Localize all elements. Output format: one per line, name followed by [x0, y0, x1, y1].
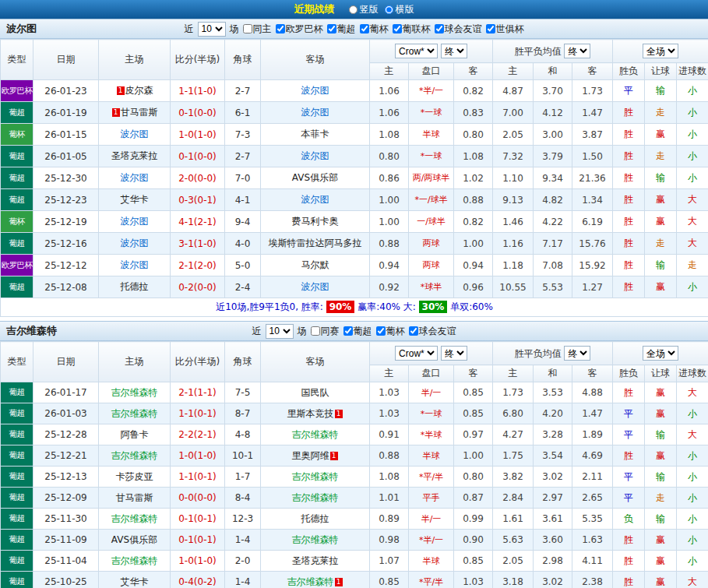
- league-filter[interactable]: 世俱杯: [486, 23, 524, 36]
- league-filter[interactable]: 葡杯: [360, 23, 389, 36]
- score-cell[interactable]: 2-2(2-1): [171, 424, 225, 445]
- team-link[interactable]: 波尔图: [301, 281, 329, 292]
- team-link[interactable]: 吉尔维森特: [111, 450, 158, 461]
- team-link[interactable]: 吉尔维森特: [111, 408, 158, 419]
- league-filter[interactable]: 欧罗巴杯: [276, 23, 323, 36]
- score-cell[interactable]: 1-0(1-0): [171, 445, 225, 467]
- score-cell[interactable]: 0-0(0-0): [171, 488, 225, 509]
- team-cell[interactable]: 吉尔维森特: [261, 424, 370, 445]
- team-link[interactable]: 波尔图: [121, 238, 149, 248]
- team-cell[interactable]: AVS俱乐部: [99, 530, 171, 551]
- team-cell[interactable]: 甘马雷斯: [99, 488, 171, 509]
- score-cell[interactable]: 1-0(1-0): [171, 551, 225, 572]
- team-cell[interactable]: 吉尔维森特: [99, 403, 171, 424]
- team-link[interactable]: 吉尔维森特: [292, 471, 339, 482]
- score-cell[interactable]: 0-2(0-0): [171, 276, 225, 298]
- team-link[interactable]: 吉尔维森特: [287, 576, 334, 587]
- team-link[interactable]: 皮尔森: [125, 85, 153, 96]
- score-cell[interactable]: 2-1(1-1): [171, 382, 225, 403]
- league-filter[interactable]: 球会友谊: [409, 325, 456, 338]
- recent-count-select[interactable]: 10: [198, 22, 226, 37]
- odds-final-select[interactable]: 终: [441, 346, 467, 361]
- team-link[interactable]: 卡莎皮亚: [116, 471, 153, 482]
- team-cell[interactable]: 1甘马雷斯: [99, 102, 171, 124]
- league-filter-checkbox[interactable]: [435, 24, 444, 33]
- league-filter-checkbox[interactable]: [486, 24, 495, 33]
- league-filter[interactable]: 葡超: [343, 325, 372, 338]
- league-filter-checkbox[interactable]: [393, 24, 402, 33]
- score-cell[interactable]: 3-1(1-0): [171, 233, 225, 255]
- team-cell[interactable]: 1皮尔森: [99, 80, 171, 102]
- team-cell[interactable]: 波尔图: [99, 233, 171, 255]
- team-cell[interactable]: 吉尔维森特1: [261, 572, 370, 588]
- team-link[interactable]: AVS俱乐部: [292, 172, 338, 183]
- league-filter-checkbox[interactable]: [376, 326, 386, 336]
- fulltime-select[interactable]: 全场: [643, 346, 678, 361]
- league-filter[interactable]: 同赛: [311, 325, 340, 338]
- team-cell[interactable]: 波尔图: [261, 80, 370, 102]
- team-link[interactable]: 里奥阿维: [292, 450, 329, 461]
- league-filter[interactable]: 葡超: [327, 23, 356, 36]
- horizontal-radio[interactable]: [385, 5, 393, 14]
- team-cell[interactable]: 托德拉: [261, 509, 370, 530]
- team-link[interactable]: 艾华卡: [121, 194, 149, 205]
- team-link[interactable]: 甘马雷斯: [116, 492, 153, 503]
- odds-company-select[interactable]: Crow*: [395, 44, 438, 58]
- team-link[interactable]: 埃斯特雷拉达阿马多拉: [269, 238, 362, 248]
- team-link[interactable]: 艾华卡: [121, 576, 149, 587]
- league-filter-checkbox[interactable]: [327, 24, 336, 33]
- team-link[interactable]: 托德拉: [121, 281, 149, 292]
- team-cell[interactable]: 吉尔维森特: [261, 488, 370, 509]
- team-cell[interactable]: 吉尔维森特: [99, 551, 171, 572]
- team-link[interactable]: 波尔图: [121, 259, 149, 270]
- league-filter[interactable]: 球会友谊: [435, 23, 482, 36]
- team-link[interactable]: 吉尔维森特: [111, 555, 158, 566]
- team-cell[interactable]: 阿鲁卡: [99, 424, 171, 445]
- team-cell[interactable]: 费马利卡奥: [261, 211, 370, 233]
- team-cell[interactable]: 吉尔维森特: [99, 445, 171, 467]
- recent-count-select[interactable]: 10: [266, 324, 294, 339]
- avg-final-select[interactable]: 终: [564, 346, 590, 361]
- score-cell[interactable]: 2-1(2-0): [171, 255, 225, 276]
- team-link[interactable]: 波尔图: [121, 129, 149, 139]
- team-link[interactable]: 波尔图: [301, 85, 329, 96]
- team-link[interactable]: 波尔图: [301, 107, 329, 118]
- league-filter[interactable]: 葡联杯: [393, 23, 431, 36]
- team-cell[interactable]: 圣塔克莱拉: [99, 146, 171, 167]
- team-cell[interactable]: 圣塔克莱拉: [261, 551, 370, 572]
- team-link[interactable]: 里斯本竞技: [287, 408, 334, 419]
- score-cell[interactable]: 0-1(0-0): [171, 102, 225, 124]
- team-link[interactable]: 波尔图: [121, 216, 149, 227]
- team-link[interactable]: 国民队: [301, 387, 329, 398]
- league-filter-checkbox[interactable]: [311, 326, 320, 336]
- team-link[interactable]: 托德拉: [301, 513, 329, 524]
- team-cell[interactable]: 波尔图: [261, 146, 370, 167]
- team-link[interactable]: AVS俱乐部: [111, 534, 157, 545]
- league-filter-checkbox[interactable]: [343, 326, 353, 336]
- league-filter-checkbox[interactable]: [243, 24, 252, 33]
- odds-company-select[interactable]: Crow*: [395, 346, 438, 361]
- score-cell[interactable]: 0-3(0-1): [171, 189, 225, 211]
- layout-horizontal-option[interactable]: 横版: [385, 3, 414, 16]
- team-link[interactable]: 波尔图: [121, 172, 149, 183]
- vertical-radio[interactable]: [349, 5, 358, 14]
- score-cell[interactable]: 0-1(0-0): [171, 146, 225, 167]
- team-cell[interactable]: 波尔图: [99, 124, 171, 146]
- team-cell[interactable]: 马尔默: [261, 255, 370, 276]
- team-cell[interactable]: 托德拉: [99, 276, 171, 298]
- fulltime-select[interactable]: 全场: [643, 44, 678, 58]
- score-cell[interactable]: 1-1(1-0): [171, 80, 225, 102]
- team-cell[interactable]: 吉尔维森特: [99, 382, 171, 403]
- team-link[interactable]: 阿鲁卡: [121, 429, 149, 440]
- layout-vertical-option[interactable]: 竖版: [349, 3, 379, 16]
- league-filter-checkbox[interactable]: [360, 24, 369, 33]
- team-cell[interactable]: 艾华卡: [99, 572, 171, 588]
- score-cell[interactable]: 0-1(0-1): [171, 509, 225, 530]
- team-link[interactable]: 波尔图: [301, 150, 329, 161]
- team-link[interactable]: 圣塔克莱拉: [292, 555, 339, 566]
- odds-final-select[interactable]: 终: [441, 44, 467, 58]
- team-link[interactable]: 本菲卡: [301, 129, 329, 139]
- team-cell[interactable]: 波尔图: [99, 211, 171, 233]
- team-cell[interactable]: 艾华卡: [99, 189, 171, 211]
- score-cell[interactable]: 1-1(0-1): [171, 467, 225, 488]
